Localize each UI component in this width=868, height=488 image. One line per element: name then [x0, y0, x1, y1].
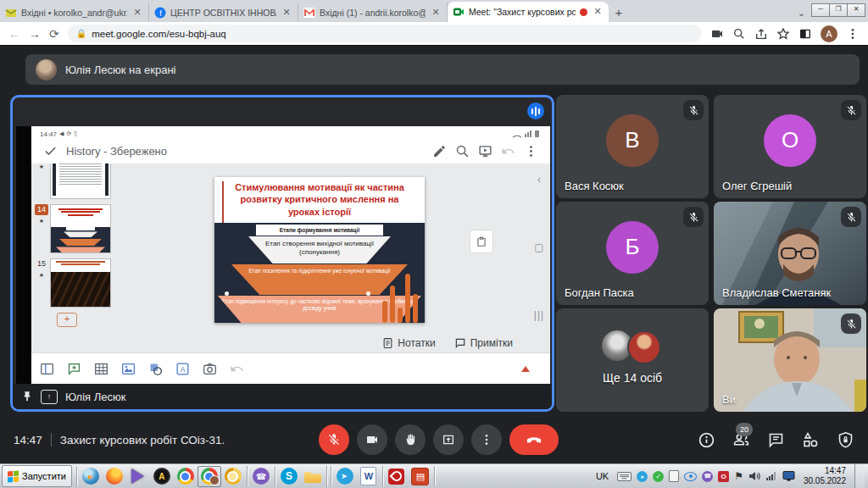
present-button[interactable] [433, 424, 464, 455]
comments-label: Примітки [470, 337, 513, 349]
overflow-avatar [627, 330, 661, 364]
volume-icon[interactable] [748, 471, 761, 481]
aimp-icon[interactable] [150, 466, 174, 487]
display-icon[interactable] [782, 471, 795, 481]
lock-icon: 🔒 [76, 29, 86, 38]
host-controls-icon[interactable] [837, 431, 854, 449]
chrome-canary-icon[interactable] [221, 466, 245, 487]
profile-avatar[interactable]: A [821, 25, 837, 42]
forward-icon[interactable]: → [29, 27, 41, 41]
tray-app-icon[interactable] [718, 471, 729, 482]
side-panel-icon[interactable] [798, 27, 812, 41]
media-player-icon[interactable] [79, 466, 103, 487]
powerpoint-app: 14:47 ◀ ⟳ ▯ History - Збережено [31, 126, 550, 384]
telegram-icon[interactable] [333, 466, 357, 487]
skype-icon[interactable] [277, 466, 301, 487]
tray-clipboard-icon[interactable] [669, 470, 679, 482]
slide-thumbnail-13: 13 [35, 164, 113, 199]
leave-call-button[interactable] [509, 424, 559, 455]
people-panel-button[interactable]: 20 [732, 431, 750, 449]
close-icon[interactable] [281, 7, 292, 19]
screen-share-tile[interactable]: 14:47 ◀ ⟳ ▯ History - Збережено [10, 95, 554, 412]
url-input[interactable]: 🔒 meet.google.com/esu-bqbj-auq [68, 25, 702, 42]
participant-tile-oleg[interactable]: О Олег Єгрешій [714, 95, 866, 198]
keyboard-icon[interactable] [617, 472, 632, 481]
avatar: В [606, 114, 659, 167]
text-box-icon: A [175, 362, 190, 376]
chrome-icon[interactable] [174, 466, 198, 487]
notes-toggle: Нотатки [382, 337, 435, 349]
slide-thumbnail-15: 15 [35, 258, 113, 308]
system-tray: UK 14:47 30.05.2022 [593, 464, 865, 488]
camera-button[interactable] [357, 424, 387, 455]
close-window-button[interactable]: ✕ [847, 3, 865, 17]
slide-number: 15 [35, 258, 48, 269]
tab-facebook[interactable]: f ЦЕНТР ОСВІТНІХ ІННОВАЦІЙ | F [149, 3, 298, 22]
start-button[interactable]: Запустити [2, 465, 72, 487]
browser-menu-icon[interactable] [846, 27, 860, 41]
tab-strip: Вхідні • korolko_andr@ukr.net f ЦЕНТР ОС… [0, 0, 868, 22]
new-tab-button[interactable] [609, 3, 629, 22]
share-icon[interactable] [754, 27, 768, 41]
zoom-icon[interactable] [732, 27, 746, 41]
close-icon[interactable] [131, 7, 143, 19]
tray-antivirus-icon[interactable] [653, 471, 664, 482]
show-desktop-button[interactable] [854, 464, 865, 488]
firefox-icon[interactable] [103, 466, 126, 487]
acrobat-icon[interactable] [385, 466, 409, 487]
windows-logo-icon [8, 470, 19, 482]
taskbar-separator [434, 466, 435, 486]
file-explorer-icon[interactable] [301, 466, 325, 487]
camera-icon [203, 362, 217, 376]
image-icon [121, 362, 136, 376]
kmplayer-icon[interactable] [126, 466, 150, 487]
participant-tile-vasya[interactable]: В Вася Косюк [556, 95, 709, 198]
network-icon[interactable] [766, 471, 777, 481]
meeting-details-icon[interactable] [698, 431, 715, 449]
avatar: Б [606, 221, 659, 274]
participant-tile-vladyslav[interactable]: Владислав Сметаняк [714, 202, 866, 305]
tab-label: Вхідні (1) - andrii.korolko@pnu.e [320, 8, 426, 18]
reload-icon[interactable]: ⟳ [49, 27, 59, 41]
participant-count-badge: 20 [736, 423, 753, 436]
avatar: О [764, 114, 816, 167]
chevron-down-icon[interactable] [798, 8, 805, 19]
notes-icon [382, 337, 393, 349]
more-options-button[interactable] [471, 424, 502, 455]
tray-viber-icon[interactable] [702, 471, 713, 482]
word-icon[interactable] [357, 466, 381, 487]
viber-icon[interactable] [249, 466, 273, 487]
bookmark-star-icon[interactable] [776, 27, 790, 41]
tab-ukrnet-mail[interactable]: Вхідні • korolko_andr@ukr.net [0, 3, 149, 22]
chrome-active-icon[interactable] [198, 466, 221, 487]
participant-tile-overflow[interactable]: Ще 14 осіб [556, 308, 709, 412]
restore-button[interactable]: ❐ [829, 3, 848, 17]
taskbar-clock[interactable]: 14:47 30.05.2022 [804, 466, 846, 487]
activities-icon[interactable] [802, 431, 820, 449]
language-indicator[interactable]: UK [593, 469, 612, 484]
action-center-flag-icon[interactable] [734, 471, 743, 482]
tab-gmail[interactable]: Вхідні (1) - andrii.korolko@pnu.e [298, 3, 448, 22]
presenter-avatar [36, 59, 57, 80]
tray-telegram-icon[interactable] [637, 471, 648, 482]
current-slide: Стимулювання мотивації як частина розвит… [214, 177, 425, 323]
participant-tile-you[interactable]: Ви [714, 308, 866, 412]
participant-tile-bogdan[interactable]: Б Богдан Паска [556, 202, 709, 305]
phone-status-icon: ▯ [74, 130, 77, 137]
close-icon[interactable] [430, 7, 442, 19]
taskbar-separator [331, 466, 331, 486]
comments-icon [454, 337, 466, 349]
minimize-button[interactable]: ─ [811, 3, 830, 17]
mic-button[interactable] [319, 424, 349, 455]
raise-hand-button[interactable] [395, 424, 426, 455]
tab-meet-active[interactable]: Meet: "Захист курсових роб [448, 2, 609, 22]
powerpoint-app-bar: History - Збережено [31, 138, 550, 164]
chat-panel-icon[interactable] [767, 431, 785, 449]
meet-control-bar: 14:47 Захист курсових робіт СОіз-31. 20 [0, 416, 868, 463]
powerpoint-icon[interactable] [409, 466, 432, 487]
close-icon[interactable] [592, 6, 604, 18]
tray-eye-icon[interactable] [684, 472, 697, 481]
back-icon[interactable]: ← [8, 27, 20, 41]
pyramid-level-2: Етап посилення та підкріплення уже існую… [231, 264, 408, 295]
media-control-icon[interactable] [710, 27, 724, 41]
